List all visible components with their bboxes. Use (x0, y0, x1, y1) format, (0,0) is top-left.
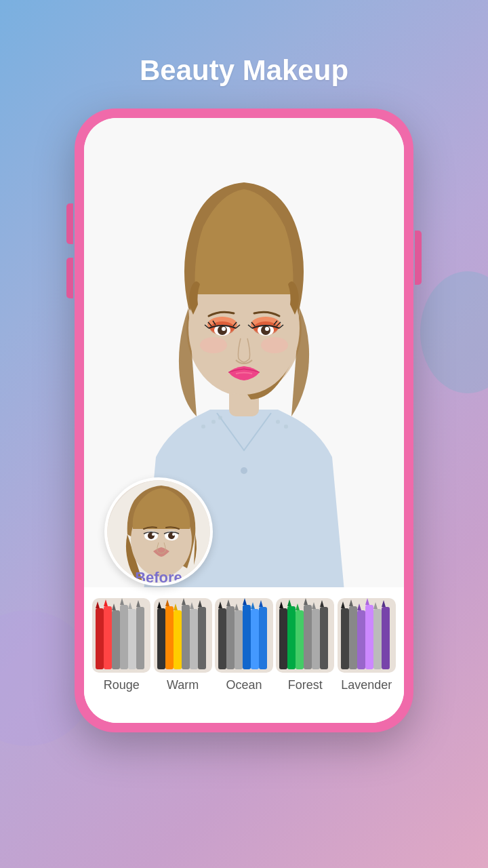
svg-rect-58 (226, 606, 235, 669)
svg-rect-75 (320, 607, 328, 669)
svg-point-6 (284, 425, 288, 429)
palette-item-warm[interactable]: Warm (154, 598, 212, 692)
svg-rect-87 (373, 609, 382, 669)
svg-rect-36 (136, 607, 144, 669)
svg-rect-34 (120, 605, 128, 669)
svg-rect-35 (128, 609, 136, 669)
forest-label: Forest (288, 678, 323, 692)
palette-row: Rouge (84, 587, 404, 723)
svg-rect-84 (349, 606, 357, 669)
phone-screen: Before (84, 118, 404, 723)
lavender-label: Lavender (341, 678, 392, 692)
page-title: Beauty Makeup (0, 54, 488, 87)
svg-rect-31 (96, 608, 104, 669)
svg-rect-57 (218, 608, 226, 669)
svg-point-14 (222, 327, 226, 331)
svg-rect-83 (341, 608, 349, 669)
svg-rect-48 (190, 609, 198, 669)
svg-rect-62 (259, 607, 267, 669)
svg-rect-33 (112, 610, 120, 669)
ocean-label: Ocean (226, 678, 262, 692)
ocean-pencils (215, 598, 273, 673)
lavender-pencils (338, 598, 396, 673)
svg-point-19 (265, 327, 269, 331)
before-thumbnail: Before (104, 477, 213, 586)
svg-rect-72 (296, 610, 304, 669)
svg-rect-44 (157, 608, 165, 669)
svg-point-3 (211, 420, 216, 424)
palette-item-lavender[interactable]: Lavender (338, 598, 396, 692)
volume-button-bottom (66, 258, 73, 298)
svg-rect-61 (251, 609, 259, 669)
rouge-pencils (92, 598, 150, 673)
palette-item-rouge[interactable]: Rouge (92, 598, 150, 692)
svg-point-1 (241, 467, 247, 474)
svg-rect-45 (165, 606, 174, 669)
forest-pencils (276, 598, 334, 673)
svg-point-4 (218, 416, 222, 420)
palette-item-forest[interactable]: Forest (276, 598, 334, 692)
svg-rect-60 (243, 605, 251, 669)
svg-rect-46 (174, 610, 182, 669)
phone-mockup: Before (75, 108, 413, 732)
volume-button-top (66, 203, 73, 244)
svg-point-20 (200, 337, 227, 353)
palette-item-ocean[interactable]: Ocean (215, 598, 273, 692)
warm-label: Warm (167, 678, 199, 692)
svg-rect-71 (287, 606, 296, 669)
svg-rect-74 (312, 609, 320, 669)
svg-point-5 (276, 420, 280, 424)
svg-point-26 (152, 533, 155, 536)
svg-rect-47 (182, 605, 190, 669)
svg-point-29 (172, 533, 175, 536)
svg-rect-73 (304, 605, 312, 669)
svg-rect-59 (235, 610, 243, 669)
svg-point-2 (201, 425, 205, 429)
main-photo-area: Before (84, 118, 404, 606)
svg-rect-49 (198, 607, 206, 669)
warm-pencils (154, 598, 212, 673)
svg-point-21 (261, 337, 288, 353)
svg-rect-88 (382, 607, 390, 669)
svg-rect-85 (357, 610, 365, 669)
svg-rect-86 (365, 605, 373, 669)
svg-rect-70 (279, 608, 287, 669)
rouge-label: Rouge (104, 678, 140, 692)
before-thumbnail-inner (107, 480, 210, 583)
power-button (415, 231, 422, 285)
svg-rect-32 (104, 606, 112, 669)
